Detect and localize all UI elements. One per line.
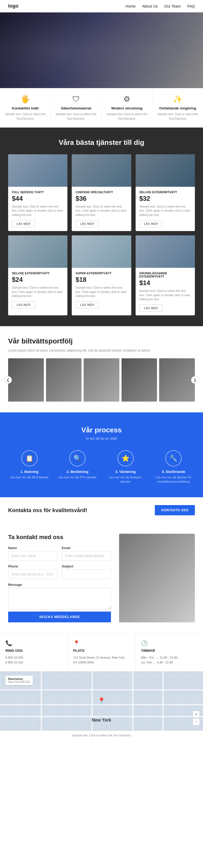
- contact-image: [119, 534, 195, 622]
- nav-links: Home About Us Our Team FAQ: [126, 4, 195, 8]
- completion-icon: 🔧: [170, 455, 178, 462]
- location-icon: 📍: [73, 640, 130, 646]
- feature-card-2: ⚙ Modern utrustning Sample text. Click t…: [102, 88, 153, 127]
- service-image-1: [72, 154, 131, 187]
- service-price-0: $44: [12, 195, 64, 203]
- map-zoom-in-btn[interactable]: +: [193, 711, 200, 718]
- service-name-3: DELUXE EXTERIÖRTVÄTT: [12, 272, 64, 275]
- service-name-0: FULL SERVICE TVÄTT: [12, 190, 64, 194]
- name-input[interactable]: [8, 551, 57, 561]
- feature-text-1: Sample text. Click to select the Text El…: [55, 112, 97, 121]
- contact-form-col: Ta kontakt med oss Name Email Phone Subj…: [8, 534, 111, 622]
- service-card-0: FULL SERVICE TVÄTT $44 Sample text. Clic…: [8, 154, 68, 231]
- process-subtitle: Vi ser att du är nöjd!: [8, 436, 195, 440]
- process-section: Vår process Vi ser att du är nöjd! 📋 1. …: [0, 412, 203, 497]
- contactless-icon: 🖐: [4, 95, 46, 103]
- feature-title-1: Säkerhetsmaterial: [55, 106, 97, 110]
- feature-text-0: Sample text. Click to select the Text El…: [4, 112, 46, 121]
- service-body-4: SUPER EXTERIÖRTVÄTT $18 Sample text. Cli…: [72, 268, 131, 312]
- clock-icon: 🕐: [141, 640, 198, 646]
- process-step-0: 📋 1. Bokning Läs mer om vår SEO-tjänster: [8, 450, 51, 484]
- email-input[interactable]: [62, 551, 111, 561]
- map-zoom-controls: + −: [193, 711, 200, 725]
- service-card-3: DELUXE EXTERIÖRTVÄTT $24 Sample text. Cl…: [8, 236, 68, 315]
- info-card-text-location: 121 Rock Street, 21 Avenue, New York, NY…: [73, 655, 130, 665]
- service-card-2: DELUXE EXTERIÖRTVÄTT $32 Sample text. Cl…: [135, 154, 195, 231]
- form-group-subject: Subject: [62, 564, 111, 579]
- hero-section: [0, 12, 203, 88]
- service-price-3: $24: [12, 276, 64, 283]
- portfolio-item-4: [159, 358, 195, 402]
- submit-button[interactable]: SKICKA MEDDELANDE: [8, 612, 111, 622]
- process-step-3: 🔧 4. Slutförande Läs mer om vår tjänster…: [152, 450, 195, 484]
- nav-link-home[interactable]: Home: [126, 4, 135, 8]
- equipment-icon: ⚙: [106, 95, 148, 103]
- feature-text-2: Sample text. Click to select the Text El…: [106, 112, 148, 121]
- service-name-2: DELUXE EXTERIÖRTVÄTT: [139, 190, 191, 194]
- info-card-text-hours: Mån - Fre ..... 11:00 - 21:00,Lör, Sön .…: [141, 655, 198, 665]
- step-icon-wrap-3: 🔧: [166, 450, 182, 466]
- feature-title-2: Modern utrustning: [106, 106, 148, 110]
- message-label: Message: [8, 583, 111, 587]
- step-desc-3: Läs mer om vår tjänster för innehållsmar…: [152, 475, 195, 484]
- info-cards: 📞 RING OSS 8 800-10-5508 800-10-125 📍 PL…: [0, 633, 203, 671]
- step-desc-2: Läs mer om vår Analytici-tjänster: [104, 475, 147, 484]
- info-card-title-location: PLATS: [73, 649, 130, 653]
- nav-link-team[interactable]: Our Team: [164, 4, 181, 8]
- portfolio-gallery: ❮ ❯: [8, 358, 195, 402]
- phone-icon: 📞: [5, 640, 62, 646]
- map-road-v4: [162, 671, 164, 731]
- step-icon-wrap-0: 📋: [21, 450, 37, 466]
- service-desc-4: Sample text. Click to select the text bo…: [76, 286, 127, 298]
- cta-button[interactable]: KONTAKTA OSS: [155, 505, 195, 515]
- contact-title: Ta kontakt med oss: [8, 534, 111, 541]
- feature-card-1: 🛡 Säkerhetsmaterial Sample text. Click t…: [51, 88, 102, 127]
- map-city-label: New York: [92, 718, 111, 723]
- map-road-h3: [0, 716, 203, 717]
- feature-title-0: Kontaktlös tvätt: [4, 106, 46, 110]
- step-title-0: 1. Bokning: [8, 470, 51, 474]
- service-body-1: CHEFENS SPECIALTVÄTT $36 Sample text. Cl…: [72, 187, 131, 231]
- info-card-title-hours: TIMMAR: [141, 649, 198, 653]
- map-location-label: Manhattan New York 606 024: [5, 676, 33, 685]
- read-more-btn-4[interactable]: LÄS MER: [76, 301, 99, 308]
- info-card-phone: 📞 RING OSS 8 800-10-5508 800-10-125: [0, 633, 68, 671]
- rating-icon: ⭐: [122, 455, 130, 462]
- nav-link-faq[interactable]: FAQ: [187, 4, 195, 8]
- inspection-icon: 🔍: [73, 455, 81, 462]
- read-more-btn-0[interactable]: LÄS MER: [12, 220, 35, 227]
- navbar: logo Home About Us Our Team FAQ: [0, 0, 203, 12]
- process-title: Vår process: [8, 426, 195, 434]
- nav-link-about[interactable]: About Us: [142, 4, 158, 8]
- service-name-1: CHEFENS SPECIALTVÄTT: [76, 190, 127, 194]
- service-price-5: $14: [139, 279, 191, 287]
- message-input[interactable]: [8, 588, 111, 609]
- service-price-4: $18: [76, 276, 127, 283]
- phone-input[interactable]: [8, 569, 57, 579]
- service-card-4: SUPER EXTERIÖRTVÄTT $18 Sample text. Cli…: [72, 236, 131, 315]
- name-label: Name: [8, 546, 57, 550]
- hero-image: [0, 12, 203, 88]
- map-zoom-out-btn[interactable]: −: [193, 718, 200, 725]
- map-road-h1: [0, 689, 203, 690]
- service-body-3: DELUXE EXTERIÖRTVÄTT $24 Sample text. Cl…: [8, 268, 68, 312]
- portfolio-item-0: [8, 358, 44, 402]
- step-title-2: 3. Värdering: [104, 470, 147, 474]
- read-more-btn-2[interactable]: LÄS MER: [139, 220, 163, 227]
- read-more-btn-1[interactable]: LÄS MER: [76, 220, 99, 227]
- read-more-btn-3[interactable]: LÄS MER: [12, 301, 35, 308]
- portfolio-item-2: [84, 358, 119, 402]
- form-group-email: Email: [62, 546, 111, 561]
- gallery-next-btn[interactable]: ❯: [191, 376, 199, 384]
- service-desc-5: Sample text. Click to select the text bo…: [139, 289, 191, 301]
- map-background: 📍 New York Manhattan New York 606 024 + …: [0, 671, 203, 731]
- portfolio-section: Vår biltvättsportfölj Lorem ipsum dolor …: [0, 326, 203, 412]
- subject-input[interactable]: [62, 569, 111, 579]
- portfolio-item-1: [46, 358, 82, 402]
- service-card-1: CHEFENS SPECIALTVÄTT $36 Sample text. Cl…: [72, 154, 131, 231]
- read-more-btn-5[interactable]: LÄS MER: [139, 305, 163, 312]
- cleaning-icon: ✨: [157, 95, 199, 103]
- gallery-prev-btn[interactable]: ❮: [4, 376, 12, 384]
- process-step-1: 🔍 2. Besiktning Läs mer om vår PPC-tjäns…: [56, 450, 99, 484]
- service-name-5: GRUNDLÄGGANDE EXTERIÖRTVÄTT: [139, 272, 191, 278]
